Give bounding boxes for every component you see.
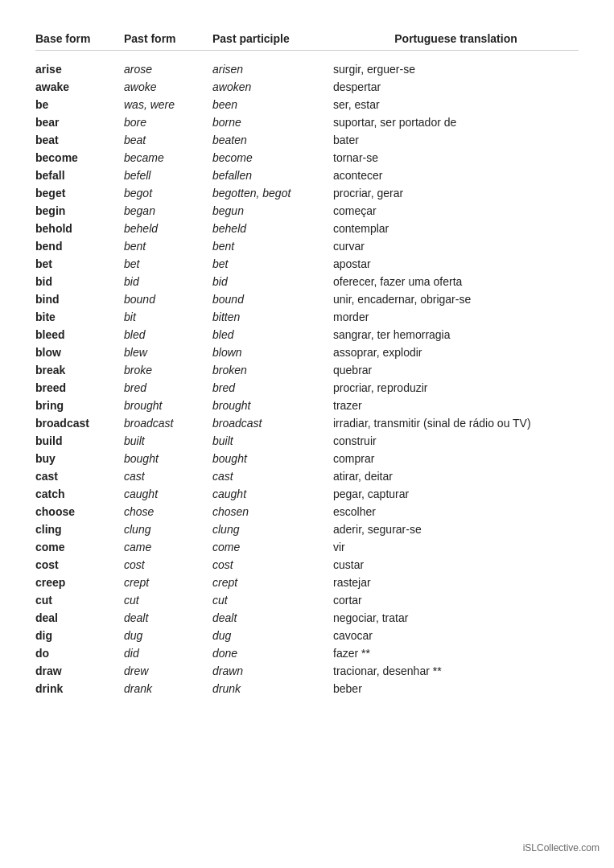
cell-pp: built <box>212 434 333 447</box>
cell-base: begin <box>35 204 124 217</box>
cell-pt: unir, encadernar, obrigar-se <box>333 293 579 306</box>
cell-base: bleed <box>35 328 124 341</box>
cell-pp: bought <box>212 452 333 465</box>
cell-base: arise <box>35 63 124 76</box>
cell-past: bought <box>124 452 212 465</box>
header-past: Past form <box>124 32 212 45</box>
table-row: choosechosechosenescolher <box>35 503 579 520</box>
cell-pp: chosen <box>212 505 333 518</box>
page: Base form Past form Past participle Port… <box>0 0 614 746</box>
cell-past: caught <box>124 487 212 500</box>
cell-past: did <box>124 647 212 660</box>
cell-pt: acontecer <box>333 169 579 182</box>
cell-pp: cast <box>212 470 333 483</box>
table-row: cutcutcutcortar <box>35 591 579 609</box>
cell-base: choose <box>35 505 124 518</box>
cell-pp: broken <box>212 364 333 376</box>
cell-pp: awoken <box>212 80 333 93</box>
cell-past: begot <box>124 187 212 200</box>
cell-pt: contemplar <box>333 222 579 235</box>
cell-base: bet <box>35 257 124 270</box>
cell-pp: done <box>212 647 333 660</box>
cell-base: build <box>35 434 124 447</box>
table-row: catchcaughtcaughtpegar, capturar <box>35 485 579 503</box>
cell-past: drew <box>124 664 212 677</box>
cell-pp: dealt <box>212 611 333 624</box>
cell-pt: fazer ** <box>333 647 579 660</box>
cell-pt: ser, estar <box>333 98 579 111</box>
cell-past: crept <box>124 576 212 589</box>
cell-base: bite <box>35 311 124 323</box>
cell-base: become <box>35 151 124 164</box>
cell-pp: clung <box>212 523 333 536</box>
cell-pt: rastejar <box>333 576 579 589</box>
cell-base: bend <box>35 240 124 253</box>
cell-past: cast <box>124 470 212 483</box>
cell-pp: bet <box>212 257 333 270</box>
cell-pp: begun <box>212 204 333 217</box>
table-row: buildbuiltbuiltconstruir <box>35 432 579 450</box>
cell-pt: beber <box>333 682 579 695</box>
cell-base: come <box>35 541 124 553</box>
cell-past: drank <box>124 682 212 695</box>
cell-pt: morder <box>333 311 579 323</box>
cell-past: beat <box>124 134 212 146</box>
cell-base: beget <box>35 187 124 200</box>
cell-base: befall <box>35 169 124 182</box>
cell-base: beat <box>35 134 124 146</box>
cell-base: behold <box>35 222 124 235</box>
table-row: beginbeganbeguncomeçar <box>35 202 579 220</box>
cell-pt: tornar-se <box>333 151 579 164</box>
cell-pt: suportar, ser portador de <box>333 116 579 129</box>
cell-pt: atirar, deitar <box>333 470 579 483</box>
cell-pt: cavocar <box>333 629 579 642</box>
cell-base: drink <box>35 682 124 695</box>
table-row: comecamecomevir <box>35 538 579 556</box>
cell-pt: aderir, segurar-se <box>333 523 579 536</box>
cell-past: bit <box>124 311 212 323</box>
cell-base: cling <box>35 523 124 536</box>
cell-base: bring <box>35 399 124 412</box>
table-row: buyboughtboughtcomprar <box>35 450 579 467</box>
table-row: clingclungclungaderir, segurar-se <box>35 520 579 538</box>
cell-past: bet <box>124 257 212 270</box>
cell-pp: been <box>212 98 333 111</box>
cell-past: beheld <box>124 222 212 235</box>
cell-pp: begotten, begot <box>212 187 333 200</box>
table-row: digdugdugcavocar <box>35 627 579 644</box>
cell-base: do <box>35 647 124 660</box>
watermark: iSLCollective.com <box>523 842 600 854</box>
cell-pp: cost <box>212 558 333 571</box>
cell-past: cost <box>124 558 212 571</box>
table-row: dealdealtdealtnegociar, tratar <box>35 609 579 627</box>
table-row: drinkdrankdrunkbeber <box>35 680 579 697</box>
table-row: begetbegotbegotten, begotprocriar, gerar <box>35 184 579 202</box>
cell-pp: broadcast <box>212 417 333 430</box>
cell-pt: vir <box>333 541 579 553</box>
table-row: broadcastbroadcastbroadcastirradiar, tra… <box>35 414 579 432</box>
cell-pt: oferecer, fazer uma oferta <box>333 275 579 288</box>
cell-pt: quebrar <box>333 364 579 376</box>
cell-pp: dug <box>212 629 333 642</box>
cell-pt: cortar <box>333 594 579 607</box>
cell-base: be <box>35 98 124 111</box>
cell-pp: caught <box>212 487 333 500</box>
table-row: breedbredbredprocriar, reproduzir <box>35 379 579 397</box>
table-row: befallbefellbefallenacontecer <box>35 167 579 184</box>
table-row: bidbidbidoferecer, fazer uma oferta <box>35 273 579 290</box>
cell-pp: drawn <box>212 664 333 677</box>
cell-base: catch <box>35 487 124 500</box>
cell-pt: assoprar, explodir <box>333 346 579 359</box>
cell-pp: arisen <box>212 63 333 76</box>
cell-past: was, were <box>124 98 212 111</box>
table-row: beatbeatbeatenbater <box>35 131 579 149</box>
table-body: arisearosearisensurgir, erguer-seawakeaw… <box>35 60 579 697</box>
cell-pt: comprar <box>333 452 579 465</box>
cell-past: bore <box>124 116 212 129</box>
header-pt: Portuguese translation <box>333 32 579 45</box>
table-row: bleedbledbledsangrar, ter hemorragia <box>35 326 579 343</box>
table-row: arisearosearisensurgir, erguer-se <box>35 60 579 78</box>
cell-base: cost <box>35 558 124 571</box>
cell-pp: come <box>212 541 333 553</box>
cell-past: built <box>124 434 212 447</box>
